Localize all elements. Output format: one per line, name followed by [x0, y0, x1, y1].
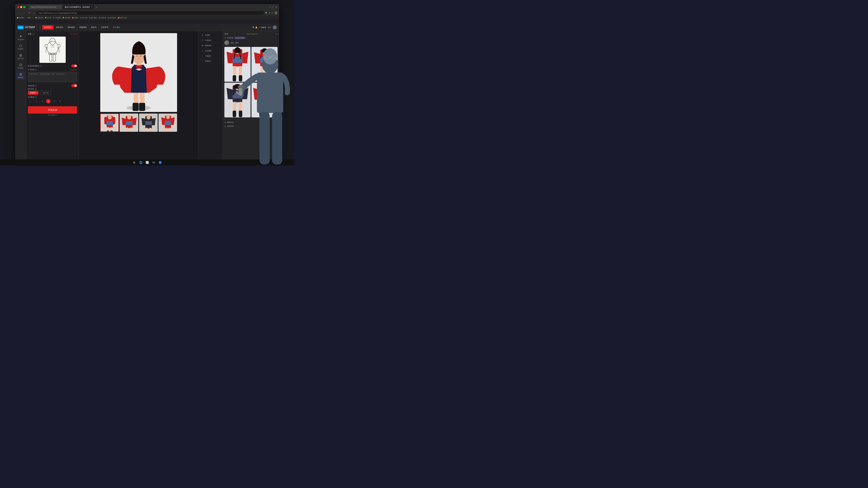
inspiration-action-icon: ⬡	[201, 39, 204, 42]
nav-item-fabric[interactable]: 面料成衣	[54, 25, 65, 30]
maximize-button[interactable]	[23, 6, 25, 8]
nav-item-operations[interactable]: 运营管理	[99, 25, 111, 30]
close-button[interactable]	[17, 6, 19, 8]
settings-icon[interactable]: ⚙	[272, 12, 273, 14]
bookmark-1[interactable]: 📁 清楚进行	[17, 17, 25, 19]
gen-count-3[interactable]: 3	[40, 99, 44, 103]
sidebar-item-style-gen[interactable]: ✦ 款式生成	[16, 33, 25, 42]
new-tab-button[interactable]: +	[96, 5, 97, 9]
delete-work-action[interactable]: ⊟ 删除作品	[224, 121, 278, 124]
taskbar-browser[interactable]: 🌐	[139, 160, 143, 164]
svg-rect-68	[260, 57, 269, 63]
format-normal-photo[interactable]: 普通照片	[28, 91, 38, 95]
gen-count-1[interactable]: 1	[28, 99, 32, 103]
section-action[interactable]: 共 3 行次	[70, 33, 77, 35]
window-close[interactable]: ✕	[275, 6, 277, 8]
image-edit-label: 图像编辑	[205, 44, 212, 47]
bookmark-2[interactable]: ↩ 返回一下	[26, 17, 34, 19]
header-search[interactable]: 🔍 🔔	[252, 27, 257, 29]
sidebar-item-inspiration[interactable]: ⬡ 灵感成衣	[16, 43, 25, 51]
gen-count-6[interactable]: 6	[58, 99, 63, 103]
action-download[interactable]: ↓ 下载图片	[200, 54, 221, 58]
text-input[interactable]	[28, 72, 77, 82]
browser-tab-2[interactable]: 纺织工业互联网平台 - 纺织成衣 ✕	[63, 5, 94, 9]
window-minimize[interactable]: ─	[269, 6, 271, 8]
taskbar-app3[interactable]: 🔵	[158, 160, 162, 164]
gen-count-5[interactable]: 5	[52, 99, 57, 103]
reload-button[interactable]: ↺	[27, 11, 31, 15]
bookmark-12[interactable]: 🏭 纺织工业互...	[118, 17, 128, 19]
result-card-4[interactable]	[251, 83, 278, 118]
bookmark-6[interactable]: 📦 宋克视帐	[62, 17, 70, 19]
action-ratio[interactable]: ↗ 比例调换	[200, 48, 221, 53]
home-button[interactable]: ⌂	[32, 11, 35, 15]
color-toggle[interactable]	[71, 64, 77, 67]
main-image-container[interactable]	[100, 33, 177, 112]
gen-count-options: 1 2 3 4 5 6	[28, 99, 77, 103]
nav-item-image-edit[interactable]: 图像编辑	[78, 25, 89, 30]
nav-item-style-design[interactable]: 款式设计	[42, 25, 54, 30]
bottom-actions: ⊟ 删除作品 ◎ 提交审核	[224, 119, 278, 128]
bookmark-11[interactable]: ▶ Spring6sl0	[108, 17, 116, 19]
gen-count-2[interactable]: 2	[34, 99, 38, 103]
nav-item-model-change[interactable]: 模特换装	[66, 25, 77, 30]
sidebar-item-sketch[interactable]: ⊟ 线稿成衣	[16, 71, 25, 80]
svg-rect-80	[232, 110, 236, 117]
back-button[interactable]: ←	[17, 11, 21, 15]
thumbnail-3[interactable]	[139, 113, 158, 132]
collapse-icon[interactable]: ▼	[224, 37, 226, 39]
submit-review-action[interactable]: ◎ 提交审核	[224, 124, 278, 128]
app-logo: 中国移动 Lin+hand DIGITAL SERVICES	[18, 26, 35, 29]
model-type-avatar[interactable]	[224, 40, 229, 45]
bookmark-4[interactable]: 📦 宜宝贝	[45, 17, 51, 19]
bookmark-8[interactable]: ⬇ 幻行下载	[80, 17, 87, 19]
result-card-2[interactable]	[251, 47, 278, 82]
taskbar: ⊞ 🌐 🔄 W 🔵	[0, 159, 294, 165]
taskbar-app2[interactable]: W	[152, 160, 156, 164]
action-inspiration[interactable]: ⬡ 灵感成衣	[200, 38, 221, 43]
user-avatar[interactable]: 👤	[273, 26, 277, 30]
section-info-icon: i	[32, 33, 34, 35]
bookmark-10[interactable]: 👤 头条粉丝	[98, 17, 106, 19]
taskbar-windows[interactable]: ⊞	[132, 160, 136, 164]
svg-rect-44	[127, 128, 128, 132]
header-right: 🔍 🔔 ♥ 99472 登录 👤	[252, 26, 277, 30]
thumbnail-1[interactable]	[100, 113, 119, 132]
bookmark-icon[interactable]: ★	[269, 12, 270, 14]
favorite-label: 收藏设计	[205, 60, 212, 62]
search-icon[interactable]: 🔍	[265, 12, 268, 14]
bookmark-5[interactable]: 🛒 天猫旗舰	[53, 17, 61, 19]
forward-button[interactable]: →	[22, 11, 26, 15]
advanced-toggle[interactable]	[71, 84, 77, 87]
advanced-info-icon: i	[35, 85, 37, 87]
gen-count-4[interactable]: 4	[46, 99, 51, 103]
thumbnail-4[interactable]	[158, 113, 177, 132]
format-vector[interactable]: 范透矢量	[40, 91, 51, 95]
login-btn[interactable]: 登录	[268, 26, 271, 29]
result-card-3[interactable]	[224, 83, 251, 118]
minimize-button[interactable]	[20, 6, 22, 8]
quick-select-btn[interactable]: ☰ 快捷选择	[70, 69, 77, 71]
nav-item-pattern[interactable]: 版型化	[89, 25, 99, 30]
close-panel-icon[interactable]: ✕	[276, 33, 278, 35]
bookmark-9[interactable]: 🔧 脉门群控	[89, 17, 97, 19]
sidebar-item-style-merge[interactable]: ⊡ 款式融合	[16, 62, 25, 70]
action-cutout[interactable]: ✕ 去抠图	[200, 33, 221, 38]
tab-close-1[interactable]: ✕	[59, 6, 60, 8]
date-badge[interactable]: 10.22 15:50	[234, 37, 246, 39]
action-image-edit[interactable]: ⊞ 图像编辑	[200, 43, 221, 48]
result-card-1[interactable]	[224, 47, 251, 82]
generate-button[interactable]: 开始生成	[28, 106, 77, 113]
taskbar-app1[interactable]: 🔄	[145, 160, 149, 164]
bookmark-7[interactable]: 🎁 德贡品	[72, 17, 79, 19]
bookmark-3[interactable]: 📦 易居1688	[35, 17, 43, 19]
tab-close-2[interactable]: ✕	[91, 6, 92, 8]
window-maximize[interactable]: □	[272, 6, 274, 8]
action-favorite[interactable]: ♡ 收藏设计	[200, 59, 221, 64]
nav-item-personal[interactable]: 个人中心	[111, 25, 122, 30]
thumbnail-2[interactable]	[120, 113, 138, 132]
user-avatar-browser[interactable]	[274, 11, 278, 14]
address-bar[interactable]: https://10086.linhand.com.cn/clothing/st…	[36, 11, 264, 15]
browser-tab-1[interactable]: https://10086.linhand.COM.CN/... ✕	[29, 5, 62, 9]
sidebar-item-style-breath[interactable]: ⊞ 款式生息	[16, 52, 25, 61]
